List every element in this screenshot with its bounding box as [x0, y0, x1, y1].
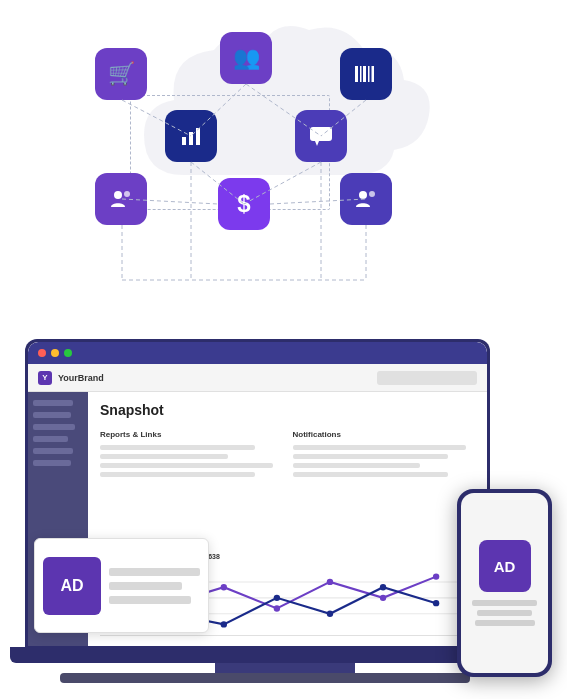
ad-banner-laptop: AD — [34, 538, 209, 633]
maximize-dot — [64, 349, 72, 357]
svg-line-20 — [270, 199, 366, 204]
notifications-title: Notifications — [293, 430, 476, 439]
connecting-lines — [0, 0, 567, 290]
phone-line-1 — [472, 600, 537, 606]
sidebar-line — [33, 400, 73, 406]
ad-content — [109, 568, 200, 604]
cloud-section: 🛒 👥 $ — [0, 0, 567, 320]
svg-point-35 — [380, 595, 386, 601]
reports-line-3 — [100, 463, 273, 468]
reports-title: Reports & Links — [100, 430, 283, 439]
reports-panel: Reports & Links — [100, 430, 283, 530]
svg-line-15 — [191, 84, 246, 136]
svg-line-18 — [191, 162, 244, 204]
svg-line-17 — [321, 100, 366, 136]
brand-logo: Y — [38, 371, 52, 385]
ad-box-laptop: AD — [43, 557, 101, 615]
sidebar-line — [33, 448, 73, 454]
notifications-panel: Notifications — [293, 430, 476, 530]
url-bar[interactable] — [377, 371, 477, 385]
phone-line-3 — [475, 620, 535, 626]
phone-device: AD — [457, 489, 552, 677]
svg-point-33 — [274, 605, 280, 611]
svg-point-34 — [327, 579, 333, 585]
reports-line-1 — [100, 445, 255, 450]
svg-point-41 — [327, 611, 333, 617]
notif-line-1 — [293, 445, 466, 450]
svg-point-36 — [433, 573, 439, 579]
browser-toolbar: Y YourBrand — [28, 364, 487, 392]
ad-placeholder-line-1 — [109, 568, 200, 576]
snapshot-title: Snapshot — [100, 402, 475, 418]
notif-line-4 — [293, 472, 448, 477]
svg-line-19 — [244, 162, 321, 204]
phone-line-2 — [477, 610, 532, 616]
laptop-base — [10, 647, 525, 663]
svg-line-16 — [246, 84, 321, 136]
brand-label: YourBrand — [58, 373, 104, 383]
svg-point-32 — [221, 584, 227, 590]
notif-line-2 — [293, 454, 448, 459]
laptop-foot — [60, 673, 470, 683]
svg-line-14 — [122, 100, 191, 136]
phone-ad-box: AD — [479, 540, 531, 592]
phone-screen: AD — [461, 493, 548, 673]
ad-placeholder-line-3 — [109, 596, 191, 604]
svg-point-42 — [380, 584, 386, 590]
sidebar-line — [33, 412, 71, 418]
close-dot — [38, 349, 46, 357]
svg-point-39 — [221, 621, 227, 627]
reports-line-2 — [100, 454, 228, 459]
sidebar-line — [33, 424, 75, 430]
svg-point-43 — [433, 600, 439, 606]
ad-placeholder-line-2 — [109, 582, 182, 590]
top-panels-row: Reports & Links Notifications — [100, 430, 475, 530]
sidebar-line — [33, 436, 68, 442]
title-bar — [28, 342, 487, 364]
sidebar-line — [33, 460, 71, 466]
svg-line-21 — [122, 199, 218, 204]
reports-line-4 — [100, 472, 255, 477]
minimize-dot — [51, 349, 59, 357]
notif-line-3 — [293, 463, 421, 468]
svg-point-40 — [274, 595, 280, 601]
